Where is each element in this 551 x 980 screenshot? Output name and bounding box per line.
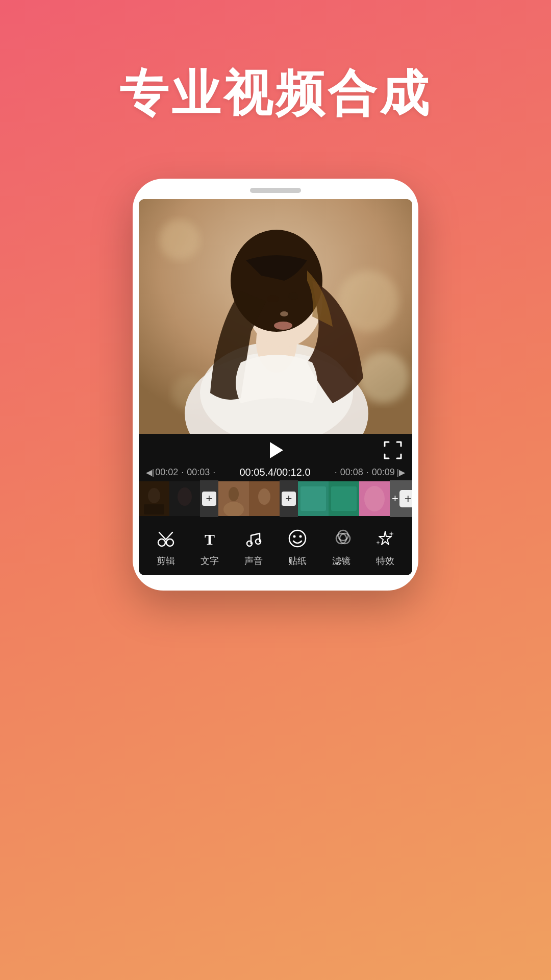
title-area: 专业视频合成 [0,0,551,168]
thumb-add-button-2[interactable]: + [280,480,298,517]
phone-frame: ◀| 00:02 · 00:03 · 00:05.4/00:12.0 · 00:… [133,179,418,591]
dot-2: · [213,467,215,478]
svg-point-1 [159,219,200,260]
plus-symbol: + [392,492,398,505]
dot-4: · [366,467,369,478]
filter-icon [329,526,354,551]
svg-point-11 [288,292,298,300]
sticker-label: 贴纸 [288,555,307,567]
svg-point-18 [178,487,192,506]
thumb-3[interactable] [218,481,249,516]
thumb-7-img [359,481,390,516]
timeline-row: ◀| 00:02 · 00:03 · 00:05.4/00:12.0 · 00:… [139,464,412,480]
toolbar-item-audio[interactable]: 声音 [236,526,271,567]
thumb-segment-2 [218,480,280,517]
svg-point-23 [258,488,270,505]
thumb-1[interactable] [139,481,169,516]
timeline-right: · 00:08 · 00:09 |▶ [333,467,405,478]
thumb-3-img [218,481,249,516]
svg-point-30 [158,539,165,546]
fullscreen-button[interactable] [384,441,402,459]
toolbar: 剪辑 T 文字 [139,517,412,575]
double-plus-container: + + [392,490,412,507]
time-label-00-09: 00:09 [372,467,395,478]
thumb-segment-1 [139,480,200,517]
svg-point-31 [166,539,173,546]
play-button[interactable] [270,442,283,458]
filter-label: 滤镜 [332,555,350,567]
time-label-00-03: 00:03 [187,467,210,478]
dot-1: · [181,467,184,478]
svg-rect-25 [300,486,326,511]
skip-end-icon: |▶ [397,468,405,477]
svg-text:T: T [205,531,215,548]
page-background: 专业视频合成 [0,0,551,980]
controls-bar [139,434,412,464]
video-preview [139,199,412,434]
svg-point-10 [267,295,279,302]
svg-point-12 [280,311,288,316]
fullscreen-icon [384,441,402,459]
plus-icon-1: + [202,492,216,506]
thumb-5-img [298,481,329,516]
thumb-5[interactable] [298,481,329,516]
video-background [139,199,412,434]
svg-rect-16 [144,504,164,514]
svg-point-15 [148,488,160,503]
video-frame-svg [139,199,412,434]
toolbar-item-filter[interactable]: 滤镜 [323,526,359,567]
thumbnail-strip[interactable]: + [139,480,412,517]
svg-point-38 [293,535,296,538]
thumb-add-button-large[interactable]: + + [390,480,412,517]
audio-label: 声音 [244,555,263,567]
time-label-00-02: 00:02 [155,467,178,478]
music-icon [241,526,266,551]
current-time-display: 00:05.4/00:12.0 [239,467,310,478]
plus-box-icon: + [399,490,412,507]
svg-point-29 [364,486,385,511]
scissors-icon [154,526,178,551]
time-label-00-08: 00:08 [340,467,363,478]
thumb-7[interactable] [359,481,390,516]
main-title: 专业视频合成 [41,61,510,128]
thumb-2-img [169,481,200,516]
svg-point-3 [358,352,409,403]
dot-3: · [335,467,337,478]
thumb-4[interactable] [249,481,280,516]
play-button-container[interactable] [169,442,384,458]
svg-point-37 [289,530,306,547]
thumb-2[interactable] [169,481,200,516]
skip-start-icon: ◀| [146,468,154,477]
thumb-1-img [139,481,169,516]
text-label: 文字 [201,555,219,567]
toolbar-item-effects[interactable]: 特效 [367,526,403,567]
thumb-6-img [329,481,359,516]
text-icon: T [197,526,222,551]
svg-point-20 [229,487,239,501]
thumb-4-img [249,481,280,516]
thumb-segment-3 [298,480,390,517]
sparkles-icon [373,526,397,551]
phone-wrapper: ◀| 00:02 · 00:03 · 00:05.4/00:12.0 · 00:… [133,168,418,980]
plus-icon-2: + [282,492,296,506]
toolbar-item-sticker[interactable]: 贴纸 [280,526,315,567]
cut-label: 剪辑 [157,555,175,567]
timeline-left: ◀| 00:02 · 00:03 · [146,467,217,478]
phone-speaker [250,188,301,193]
phone-screen: ◀| 00:02 · 00:03 · 00:05.4/00:12.0 · 00:… [139,199,412,575]
effects-label: 特效 [376,555,394,567]
svg-rect-27 [331,486,357,511]
svg-point-39 [299,535,302,538]
svg-point-13 [274,322,292,330]
smiley-icon [285,526,310,551]
toolbar-item-cut[interactable]: 剪辑 [148,526,184,567]
thumb-add-button-1[interactable]: + [200,480,218,517]
thumb-6[interactable] [329,481,359,516]
toolbar-item-text[interactable]: T 文字 [192,526,228,567]
svg-point-42 [338,530,348,541]
